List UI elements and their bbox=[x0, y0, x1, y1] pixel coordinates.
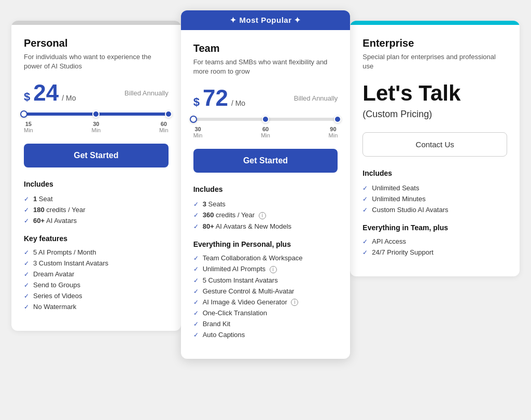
team-slider-dot-3 bbox=[334, 116, 341, 123]
list-item: ✓5 AI Prompts / Month bbox=[24, 247, 169, 258]
check-icon: ✓ bbox=[193, 320, 199, 328]
team-get-started-button[interactable]: Get Started bbox=[193, 149, 338, 173]
personal-features-list: ✓5 AI Prompts / Month ✓3 Custom Instant … bbox=[24, 247, 169, 312]
enterprise-plan-desc: Special plan for enterprises and profess… bbox=[362, 52, 507, 71]
personal-billed: Billed Annually bbox=[124, 89, 169, 97]
team-price-per: / Mo bbox=[231, 99, 245, 107]
list-item: ✓ 1 Seat bbox=[24, 193, 169, 204]
team-slider[interactable]: 30 Min 60 Min 90 Min bbox=[193, 118, 338, 138]
check-icon: ✓ bbox=[24, 260, 29, 267]
team-price-row: $ 72 / Mo Billed Annually bbox=[193, 87, 338, 109]
list-item: ✓One-Click Translation bbox=[193, 307, 338, 318]
personal-plan-name: Personal bbox=[24, 37, 169, 49]
list-item: ✓24/7 Priority Support bbox=[362, 247, 507, 258]
list-item: ✓Team Collaboration & Workspace bbox=[193, 253, 338, 263]
check-icon: ✓ bbox=[24, 271, 29, 278]
personal-slider-label-1: 15 Min bbox=[24, 121, 33, 133]
list-item: ✓ 80+ AI Avatars & New Models bbox=[193, 221, 338, 232]
personal-slider-label-2: 30 Min bbox=[91, 121, 101, 133]
team-includes-title: Includes bbox=[193, 185, 338, 193]
check-icon: ✓ bbox=[24, 217, 29, 225]
personal-price-row: $ 24 / Mo Billed Annually bbox=[24, 81, 169, 104]
enterprise-includes-title: Includes bbox=[362, 169, 507, 177]
list-item: ✓Gesture Control & Multi-Avatar bbox=[193, 286, 338, 297]
list-item: ✓Dream Avatar bbox=[24, 269, 169, 279]
check-icon: ✓ bbox=[193, 288, 199, 295]
enterprise-contact-button[interactable]: Contact Us bbox=[362, 132, 507, 157]
team-slider-labels: 30 Min 60 Min 90 Min bbox=[193, 126, 338, 138]
list-item: ✓AI Image & Video Generator i bbox=[193, 297, 338, 308]
personal-slider-label-3: 60 Min bbox=[159, 121, 169, 133]
enterprise-includes-list: ✓Unlimited Seats ✓Unlimited Minutes ✓Cus… bbox=[362, 183, 507, 215]
team-plan-name: Team bbox=[193, 43, 338, 54]
team-slider-track bbox=[193, 118, 338, 121]
team-slider-dot-1 bbox=[190, 116, 197, 123]
check-icon: ✓ bbox=[24, 292, 29, 300]
personal-price-dollar: $ bbox=[24, 90, 30, 104]
enterprise-custom-pricing: (Custom Pricing) bbox=[362, 109, 507, 120]
team-includes-list: ✓ 3 Seats ✓ 360 credits / Year i ✓ 80+ A… bbox=[193, 199, 338, 232]
check-icon: ✓ bbox=[193, 331, 199, 339]
enterprise-lets-talk: Let's Talk bbox=[362, 81, 507, 105]
check-icon: ✓ bbox=[362, 238, 368, 245]
team-slider-label-1: 30 Min bbox=[193, 126, 203, 138]
list-item: ✓API Access bbox=[362, 236, 507, 247]
info-icon: i bbox=[259, 212, 266, 219]
info-icon: i bbox=[291, 299, 298, 306]
check-icon: ✓ bbox=[193, 299, 199, 306]
list-item: ✓5 Custom Instant Avatars bbox=[193, 275, 338, 286]
pricing-container: Personal For individuals who want to exp… bbox=[11, 10, 520, 359]
team-slider-label-3: 90 Min bbox=[329, 126, 338, 138]
personal-slider-track bbox=[24, 113, 169, 116]
list-item: ✓Unlimited AI Prompts i bbox=[193, 263, 338, 275]
list-item: ✓No Watermark bbox=[24, 301, 169, 312]
personal-includes-list: ✓ 1 Seat ✓ 180 credits / Year ✓ 60+ AI A… bbox=[24, 193, 169, 226]
personal-slider-dot-3 bbox=[165, 110, 172, 118]
check-icon: ✓ bbox=[24, 249, 29, 256]
team-price-amount: 72 bbox=[203, 87, 228, 109]
enterprise-plan-name: Enterprise bbox=[362, 37, 507, 49]
check-icon: ✓ bbox=[24, 282, 29, 289]
personal-slider-dot-1 bbox=[20, 110, 27, 118]
check-icon: ✓ bbox=[362, 195, 368, 203]
personal-slider[interactable]: 15 Min 30 Min 60 Min bbox=[24, 113, 169, 133]
personal-slider-labels: 15 Min 30 Min 60 Min bbox=[24, 121, 169, 133]
team-card: ✦ Most Popular ✦ Team For teams and SMBs… bbox=[181, 10, 351, 359]
team-everything-title: Everything in Personal, plus bbox=[193, 240, 338, 248]
list-item: ✓ 60+ AI Avatars bbox=[24, 215, 169, 226]
check-icon: ✓ bbox=[193, 212, 199, 219]
personal-price-per: / Mo bbox=[62, 94, 76, 102]
list-item: ✓Custom Studio AI Avatars bbox=[362, 204, 507, 215]
list-item: ✓Unlimited Minutes bbox=[362, 193, 507, 204]
check-icon: ✓ bbox=[193, 255, 199, 262]
check-icon: ✓ bbox=[362, 206, 368, 214]
team-slider-dot-2 bbox=[262, 116, 269, 123]
info-icon: i bbox=[270, 266, 277, 273]
list-item: ✓Send to Groups bbox=[24, 279, 169, 290]
list-item: ✓Series of Videos bbox=[24, 290, 169, 301]
enterprise-card: Enterprise Special plan for enterprises … bbox=[350, 21, 520, 276]
personal-card: Personal For individuals who want to exp… bbox=[11, 21, 181, 331]
list-item: ✓ 180 credits / Year bbox=[24, 204, 169, 215]
list-item: ✓3 Custom Instant Avatars bbox=[24, 258, 169, 269]
team-slider-label-2: 60 Min bbox=[261, 126, 270, 138]
most-popular-banner: ✦ Most Popular ✦ bbox=[181, 10, 351, 30]
list-item: ✓ 360 credits / Year i bbox=[193, 209, 338, 221]
personal-plan-desc: For individuals who want to experience t… bbox=[24, 52, 169, 71]
enterprise-everything-title: Everything in Team, plus bbox=[362, 223, 507, 232]
list-item: ✓Unlimited Seats bbox=[362, 183, 507, 193]
check-icon: ✓ bbox=[24, 206, 29, 214]
personal-get-started-button[interactable]: Get Started bbox=[24, 144, 169, 167]
list-item: ✓ 3 Seats bbox=[193, 199, 338, 209]
list-item: ✓Auto Captions bbox=[193, 329, 338, 340]
check-icon: ✓ bbox=[193, 310, 199, 317]
team-plan-desc: For teams and SMBs who want flexibility … bbox=[193, 58, 338, 76]
team-everything-list: ✓Team Collaboration & Workspace ✓Unlimit… bbox=[193, 253, 338, 340]
check-icon: ✓ bbox=[193, 277, 199, 284]
check-icon: ✓ bbox=[24, 303, 29, 311]
check-icon: ✓ bbox=[193, 201, 199, 208]
personal-slider-dot-2 bbox=[92, 110, 100, 118]
check-icon: ✓ bbox=[193, 265, 199, 273]
enterprise-top-bar bbox=[350, 21, 520, 25]
personal-top-bar bbox=[11, 21, 181, 25]
